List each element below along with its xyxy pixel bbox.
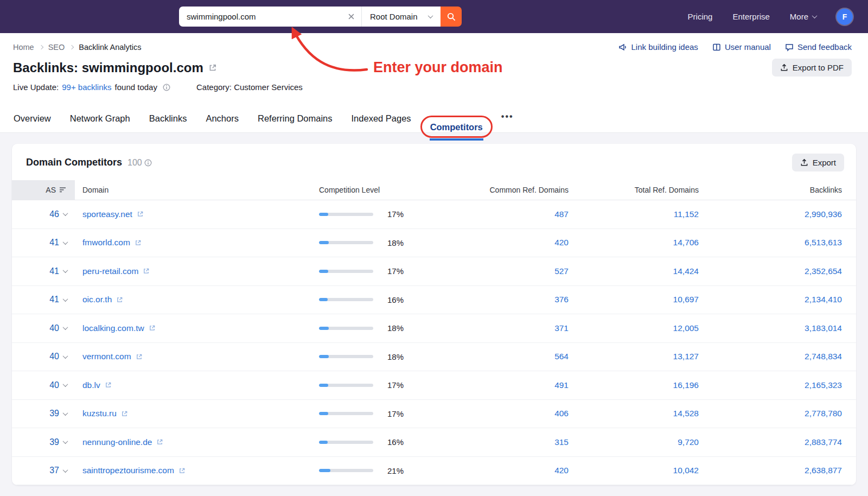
external-link-icon[interactable] — [156, 438, 163, 446]
tab-indexed-pages[interactable]: Indexed Pages — [351, 106, 412, 132]
total-ref-domains-value[interactable]: 14,424 — [673, 266, 699, 276]
export-to-pdf-button[interactable]: Export to PDF — [772, 59, 852, 77]
common-ref-domains-value[interactable]: 315 — [554, 437, 569, 447]
backlinks-found-link[interactable]: 99+ backlinks — [62, 82, 111, 92]
backlinks-value[interactable]: 2,748,834 — [805, 352, 842, 361]
backlinks-value[interactable]: 3,183,014 — [805, 323, 842, 333]
backlinks-value[interactable]: 2,883,774 — [805, 437, 842, 447]
common-ref-domains-value[interactable]: 491 — [554, 380, 569, 390]
table-body: 46 sporteasy.net 17% 487 11,152 — [12, 200, 856, 485]
tab-backlinks[interactable]: Backlinks — [149, 106, 188, 132]
common-ref-domains-value[interactable]: 406 — [554, 409, 569, 418]
external-link-icon[interactable] — [143, 268, 150, 275]
chevron-down-icon[interactable] — [63, 268, 68, 273]
domain-link[interactable]: fmworld.com — [82, 238, 130, 247]
external-link-icon[interactable] — [116, 296, 123, 303]
as-value[interactable]: 37 — [49, 466, 59, 475]
total-ref-domains-value[interactable]: 14,706 — [673, 238, 699, 247]
chevron-down-icon[interactable] — [63, 410, 68, 416]
common-ref-domains-value[interactable]: 487 — [554, 209, 569, 219]
as-value[interactable]: 41 — [49, 266, 59, 276]
nav-more[interactable]: More — [790, 12, 816, 21]
competition-level-bar — [319, 298, 373, 301]
chevron-down-icon[interactable] — [63, 296, 68, 302]
nav-enterprise[interactable]: Enterprise — [732, 12, 769, 21]
as-value[interactable]: 40 — [49, 380, 59, 390]
total-ref-domains-value[interactable]: 11,152 — [674, 209, 699, 219]
chevron-down-icon[interactable] — [63, 381, 68, 387]
external-link-icon[interactable] — [208, 63, 217, 72]
link-building-ideas-link[interactable]: Link building ideas — [618, 42, 698, 52]
as-value[interactable]: 40 — [49, 352, 59, 361]
total-ref-domains-value[interactable]: 13,127 — [673, 352, 699, 361]
backlinks-value[interactable]: 2,638,877 — [805, 466, 842, 475]
as-value[interactable]: 41 — [49, 295, 59, 304]
common-ref-domains-value[interactable]: 420 — [554, 238, 569, 247]
total-ref-domains-value[interactable]: 12,005 — [673, 323, 699, 333]
backlinks-value[interactable]: 2,134,410 — [805, 295, 842, 304]
common-ref-domains-value[interactable]: 420 — [554, 466, 569, 475]
info-icon[interactable] — [163, 84, 170, 91]
breadcrumb-home[interactable]: Home — [13, 43, 34, 52]
domain-link[interactable]: oic.or.th — [82, 295, 112, 304]
as-value[interactable]: 39 — [49, 409, 59, 418]
clear-icon[interactable] — [341, 14, 361, 20]
external-link-icon[interactable] — [149, 325, 156, 332]
user-manual-link[interactable]: User manual — [712, 42, 771, 52]
backlinks-value[interactable]: 2,165,323 — [805, 380, 842, 390]
total-ref-domains-value[interactable]: 16,196 — [673, 380, 699, 390]
common-ref-domains-value[interactable]: 371 — [554, 323, 569, 333]
tab-anchors[interactable]: Anchors — [205, 106, 239, 132]
tab-overview[interactable]: Overview — [13, 106, 52, 132]
chevron-down-icon[interactable] — [63, 467, 68, 473]
nav-pricing[interactable]: Pricing — [688, 12, 713, 21]
tab-network-graph[interactable]: Network Graph — [69, 106, 131, 132]
tabs-more-button[interactable]: ••• — [501, 105, 514, 132]
search-button[interactable] — [441, 7, 462, 27]
total-ref-domains-value[interactable]: 14,528 — [673, 409, 699, 418]
as-value[interactable]: 46 — [49, 209, 59, 219]
external-link-icon[interactable] — [121, 410, 128, 417]
domain-link[interactable]: db.lv — [82, 380, 100, 390]
info-icon[interactable] — [144, 159, 152, 167]
domain-link[interactable]: peru-retail.com — [82, 266, 138, 276]
domain-link[interactable]: nennung-online.de — [82, 437, 152, 447]
domain-link[interactable]: localking.com.tw — [82, 323, 144, 333]
search-mode-select[interactable]: Root Domain — [361, 7, 441, 27]
external-link-icon[interactable] — [135, 239, 142, 246]
total-ref-domains-value[interactable]: 9,720 — [678, 437, 699, 447]
external-link-icon[interactable] — [137, 211, 144, 218]
column-header-as[interactable]: AS — [12, 180, 75, 200]
tab-competitors[interactable]: Competitors — [430, 115, 483, 141]
as-value[interactable]: 40 — [49, 323, 59, 333]
total-ref-domains-value[interactable]: 10,697 — [673, 295, 699, 304]
chevron-down-icon[interactable] — [63, 438, 68, 444]
backlinks-value[interactable]: 2,990,936 — [805, 209, 842, 219]
export-button[interactable]: Export — [792, 154, 844, 171]
backlinks-value[interactable]: 6,513,613 — [805, 238, 842, 247]
chevron-down-icon[interactable] — [63, 239, 68, 245]
search-input[interactable] — [179, 12, 341, 21]
as-value[interactable]: 41 — [49, 238, 59, 247]
as-value[interactable]: 39 — [49, 437, 59, 447]
external-link-icon[interactable] — [136, 353, 143, 360]
tab-referring-domains[interactable]: Referring Domains — [257, 106, 333, 132]
chevron-down-icon[interactable] — [63, 353, 68, 359]
domain-link[interactable]: vermont.com — [82, 352, 131, 361]
backlinks-value[interactable]: 2,352,654 — [805, 266, 842, 276]
domain-link[interactable]: kuzstu.ru — [82, 409, 117, 418]
backlinks-value[interactable]: 2,778,780 — [805, 409, 842, 418]
domain-link[interactable]: sporteasy.net — [82, 209, 132, 219]
common-ref-domains-value[interactable]: 527 — [554, 266, 569, 276]
send-feedback-link[interactable]: Send feedback — [785, 42, 852, 52]
external-link-icon[interactable] — [105, 381, 112, 389]
total-ref-domains-value[interactable]: 10,042 — [673, 466, 699, 475]
external-link-icon[interactable] — [178, 467, 186, 474]
domain-link[interactable]: sainttropeztourisme.com — [82, 466, 174, 475]
chevron-down-icon[interactable] — [63, 325, 68, 330]
breadcrumb-seo[interactable]: SEO — [48, 43, 65, 52]
avatar[interactable]: F — [837, 9, 853, 25]
common-ref-domains-value[interactable]: 564 — [554, 352, 569, 361]
common-ref-domains-value[interactable]: 376 — [554, 295, 569, 304]
chevron-down-icon[interactable] — [63, 211, 68, 216]
